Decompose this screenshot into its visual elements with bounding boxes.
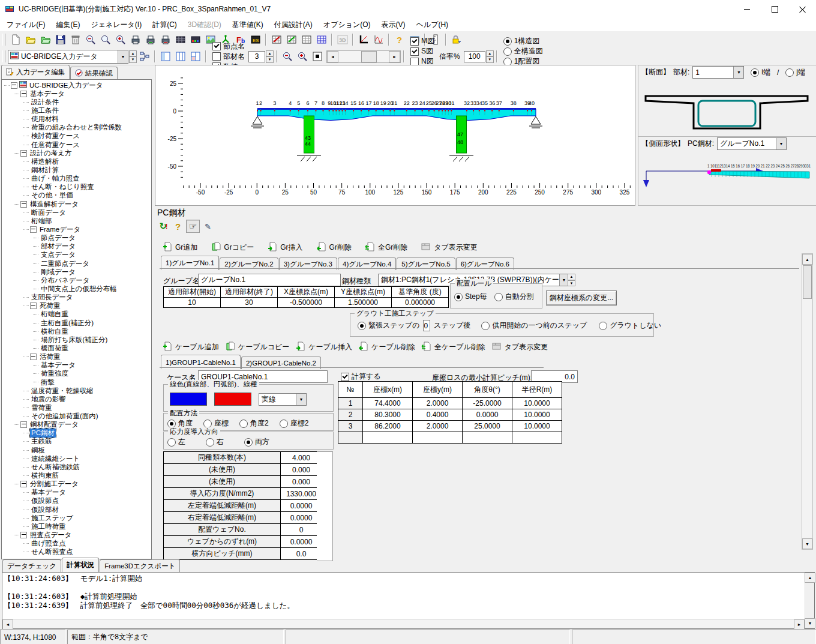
dataset-spinner[interactable]: ▲▼	[129, 50, 137, 63]
menu-1[interactable]: ファイル(F)	[1, 18, 50, 32]
grout-step-input[interactable]: 0	[423, 320, 430, 331]
member-cell[interactable]: 0.000000	[392, 298, 449, 308]
coord-cell[interactable]: 0.4000	[413, 409, 463, 421]
new-file-icon[interactable]	[8, 32, 23, 47]
chevron-down-icon[interactable]: ▼	[733, 67, 743, 78]
coord-cell[interactable]: 25.0000	[463, 421, 512, 432]
tree-item-施工時荷重[interactable]: 施工時荷重	[2, 522, 151, 531]
edit-grid-red-icon[interactable]	[269, 32, 284, 47]
tree-item-せん断補強鉄筋[interactable]: せん断補強鉄筋	[2, 463, 151, 471]
steel-type-spinner[interactable]: ▲▼	[568, 274, 575, 286]
coord-cell[interactable]: 10.0000	[512, 409, 562, 421]
log-tab-1[interactable]: データチェック	[2, 559, 61, 572]
chevron-down-icon[interactable]: ▼	[776, 138, 786, 149]
label-size-input[interactable]: 3	[248, 51, 265, 62]
prop-value[interactable]: 0.0000	[281, 536, 322, 548]
tree-item-使用材料[interactable]: 使用材料	[2, 115, 151, 124]
cable-1-button[interactable]: ケーブル追加	[162, 341, 219, 354]
menu-10[interactable]: ヘルプ(H)	[411, 18, 454, 32]
view-3d-icon[interactable]: 3D	[335, 32, 350, 47]
layout-3-radio[interactable]: 角度2	[239, 418, 269, 429]
prop-value[interactable]: 0.0000	[281, 500, 322, 512]
scroll-right-icon[interactable]: ►	[794, 619, 805, 630]
log-tab-3[interactable]: Frame3Dエクスポート	[100, 559, 180, 572]
chevron-down-icon[interactable]: ▼	[118, 50, 128, 63]
tree-item-節点データ[interactable]: 節点データ	[2, 234, 151, 242]
coord-system-button[interactable]: 鋼材座標系の変更...	[546, 290, 617, 305]
tree-item-基本データ[interactable]: 基本データ	[2, 361, 151, 370]
tree-collapse-icon[interactable]	[20, 421, 27, 428]
tree-item-基本データ[interactable]: 基本データ	[2, 89, 151, 98]
menu-8[interactable]: オプション(O)	[318, 18, 376, 32]
print-input-icon[interactable]	[128, 32, 143, 47]
tree-item-任意荷重ケース[interactable]: 任意荷重ケース	[2, 140, 151, 149]
calculate-checkbox[interactable]: 計算する	[341, 372, 381, 382]
layout-4-radio[interactable]: 座標2	[280, 418, 309, 429]
gr-1-button[interactable]: Gr追加	[162, 241, 197, 254]
prop-value[interactable]: 4.000	[281, 452, 322, 464]
zoom-in-icon[interactable]	[295, 49, 310, 64]
menu-4[interactable]: 計算(C)	[147, 18, 182, 32]
display-2-checkbox[interactable]: 部材名	[212, 52, 245, 62]
grout-none-radio[interactable]: グラウトしない	[599, 320, 661, 331]
display-1-checkbox[interactable]: 節点名	[212, 41, 245, 52]
tree-item-断面データ[interactable]: 断面データ	[2, 208, 151, 217]
tree-item-その他・単価[interactable]: その他・単価	[2, 191, 151, 200]
grout-before-service-radio[interactable]: 供用開始の一つ前のステップ	[481, 320, 587, 331]
zoom-window-icon[interactable]	[98, 32, 113, 47]
tree-item-地震の影響[interactable]: 地震の影響	[2, 395, 151, 403]
menu-6[interactable]: 基準値(K)	[227, 18, 269, 32]
tree-item-構造解析[interactable]: 構造解析	[2, 157, 151, 166]
grid-plain-icon[interactable]	[299, 32, 314, 47]
tree-item-中間支点上の仮想分布幅[interactable]: 中間支点上の仮想分布幅	[2, 284, 151, 293]
log-hscrollbar[interactable]: ◄ ►	[2, 619, 805, 628]
tree-item-死荷重[interactable]: 死荷重	[2, 302, 151, 310]
tree-collapse-icon[interactable]	[30, 226, 37, 233]
tree-item-曲げ照査点[interactable]: 曲げ照査点	[2, 540, 151, 548]
arc-line-color-swatch[interactable]	[214, 393, 251, 406]
gr-4-button[interactable]: Gr削除	[316, 241, 352, 254]
export-es-icon[interactable]: ES	[248, 32, 263, 47]
prop-value[interactable]: 0.000	[281, 476, 322, 488]
member-cell[interactable]: 1.500000	[335, 298, 392, 308]
tree-item-支点データ[interactable]: 支点データ	[2, 251, 151, 259]
member-cell[interactable]: 10	[164, 298, 221, 308]
tree-item-鋼材計算[interactable]: 鋼材計算	[2, 166, 151, 174]
coord-cell[interactable]: 2.0000	[413, 398, 463, 409]
tree-item-主鉄筋[interactable]: 主鉄筋	[2, 438, 151, 446]
placement-1-radio[interactable]: Step毎	[454, 292, 487, 302]
delete-icon[interactable]	[68, 32, 83, 47]
tree-item-場所打ち床版(補正分)[interactable]: 場所打ち床版(補正分)	[2, 336, 151, 344]
diagram-1-checkbox[interactable]: M図	[410, 36, 434, 46]
gr-6-button[interactable]: タブ表示変更	[421, 241, 478, 254]
end-i-radio[interactable]: i端	[751, 67, 770, 77]
tree-item-主桁自重(補正分)[interactable]: 主桁自重(補正分)	[2, 319, 151, 327]
tree-item-橋面荷重[interactable]: 橋面荷重	[2, 344, 151, 352]
zoom-in-icon[interactable]	[113, 32, 128, 47]
tree-item-せん断・ねじり照査[interactable]: せん断・ねじり照査	[2, 183, 151, 191]
tree-item-PC鋼材[interactable]: PC鋼材	[2, 429, 151, 438]
tree-item-設計条件[interactable]: 設計条件	[2, 98, 151, 106]
sidebar-tab-2[interactable]: 結果確認	[70, 67, 118, 79]
tree-item-支間長データ[interactable]: 支間長データ	[2, 293, 151, 302]
stress-2-radio[interactable]: 右	[206, 437, 224, 447]
cable-3-button[interactable]: ケーブル挿入	[295, 341, 352, 354]
tree-collapse-icon[interactable]	[20, 532, 27, 538]
scrollbar-thumb[interactable]	[803, 265, 812, 299]
tree-item-仮設節点[interactable]: 仮設節点	[2, 497, 151, 505]
scroll-up-icon[interactable]: ▲	[802, 254, 812, 265]
layout-1-icon[interactable]	[158, 49, 173, 64]
view-radio-1[interactable]: 1構造図	[503, 36, 543, 46]
gr-2-button[interactable]: Grコピー	[211, 241, 254, 254]
tree-item-分割施工データ[interactable]: 分割施工データ	[2, 480, 151, 489]
elevation-canvas[interactable]: 250-25-50-50-250255075100125150175200225…	[155, 65, 635, 206]
menu-3[interactable]: ジェネレータ(I)	[85, 18, 147, 32]
scale-spinner[interactable]: ▲▼	[486, 50, 494, 63]
coord-cell[interactable]: 86.2000	[363, 421, 413, 432]
menu-9[interactable]: 表示(V)	[376, 18, 411, 32]
log-tab-2[interactable]: 計算状況	[62, 558, 99, 572]
menu-7[interactable]: 付属設計(A)	[269, 18, 318, 32]
tree-item-分布バネデータ[interactable]: 分布バネデータ	[2, 276, 151, 284]
tree-item-二重節点データ[interactable]: 二重節点データ	[2, 259, 151, 268]
tree-item-基本データ[interactable]: 基本データ	[2, 489, 151, 497]
